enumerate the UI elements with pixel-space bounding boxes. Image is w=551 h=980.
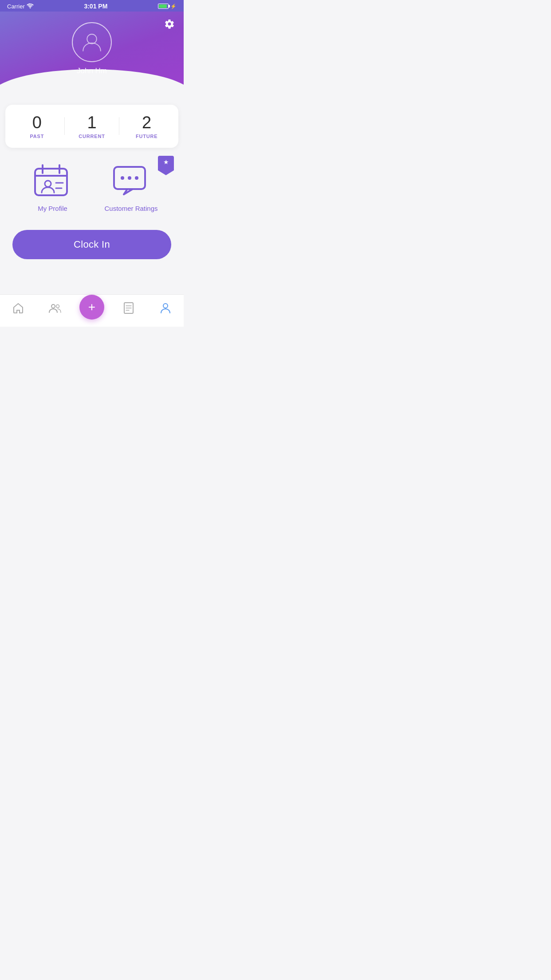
svg-point-0 (87, 34, 97, 44)
customer-ratings-card[interactable]: Customer Ratings (102, 160, 160, 212)
nav-home[interactable] (0, 303, 37, 316)
settings-icon[interactable] (164, 19, 175, 32)
stat-current: 1 CURRENT (65, 114, 119, 139)
battery-icon (158, 4, 169, 9)
svg-point-13 (56, 305, 59, 308)
stats-section: 0 PAST 1 CURRENT 2 FUTURE (5, 105, 178, 148)
nav-add[interactable]: + (74, 299, 110, 320)
my-profile-label: My Profile (38, 205, 67, 212)
home-icon (12, 303, 24, 316)
reports-icon (124, 302, 134, 316)
svg-point-10 (128, 176, 131, 180)
svg-point-12 (51, 304, 55, 308)
header-background: John Hm (0, 12, 184, 109)
svg-point-9 (121, 176, 124, 180)
plus-icon: + (88, 301, 95, 313)
nav-reports[interactable] (110, 302, 147, 316)
stat-past-value: 0 (32, 114, 42, 132)
profile-icon (160, 302, 171, 316)
stat-current-label: CURRENT (79, 134, 105, 139)
svg-point-18 (163, 304, 168, 308)
customer-ratings-icon (109, 160, 153, 200)
nav-team[interactable] (37, 303, 74, 316)
nav-profile[interactable] (147, 302, 184, 316)
header-wave: John Hm (0, 12, 184, 109)
my-profile-icon (31, 160, 75, 200)
stat-past-label: PAST (30, 134, 44, 139)
clock-in-button[interactable]: Clock In (12, 230, 171, 259)
status-time: 3:01 PM (84, 3, 107, 10)
stat-future-value: 2 (142, 114, 151, 132)
battery-fill (159, 4, 167, 8)
carrier-label: Carrier (7, 3, 25, 10)
action-section: ★ My Profile (0, 148, 184, 217)
avatar (72, 22, 112, 62)
svg-point-5 (45, 181, 51, 187)
stat-future: 2 FUTURE (119, 114, 174, 139)
status-bar: Carrier 3:01 PM ⚡ (0, 0, 184, 12)
svg-point-11 (135, 176, 138, 180)
my-profile-card[interactable]: My Profile (24, 160, 82, 212)
stat-past: 0 PAST (10, 114, 64, 139)
add-button[interactable]: + (79, 295, 104, 320)
star-icon: ★ (163, 158, 169, 166)
bottom-navigation: + (0, 294, 184, 327)
clock-in-section: Clock In (0, 221, 184, 268)
customer-ratings-label: Customer Ratings (104, 205, 157, 212)
wifi-icon (27, 3, 34, 10)
user-name: John Hm (77, 67, 107, 75)
bookmark-badge: ★ (158, 156, 174, 175)
battery-area: ⚡ (158, 4, 177, 9)
charging-icon: ⚡ (170, 4, 177, 9)
stat-future-label: FUTURE (136, 134, 157, 139)
team-icon (48, 303, 62, 316)
avatar-container: John Hm (0, 12, 184, 75)
stat-current-value: 1 (87, 114, 96, 132)
carrier-info: Carrier (7, 3, 34, 10)
